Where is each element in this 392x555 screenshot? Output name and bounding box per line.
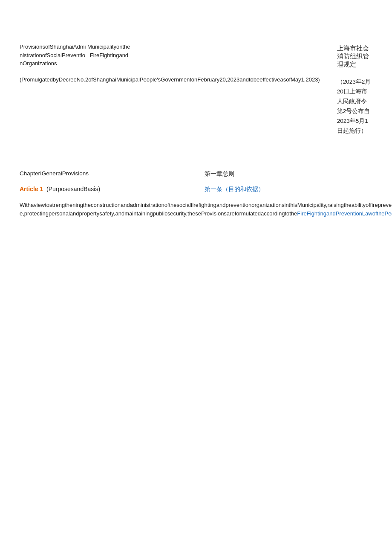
chapter1-label-en: ChapterIGeneralProvisions	[20, 170, 187, 178]
chapter1-label-cn: 第一章总则	[205, 170, 372, 178]
article1-label: Article 1	[20, 186, 43, 192]
page: ProvisionsofShanghaiAdmi Municipalityont…	[20, 26, 372, 555]
header-section: ProvisionsofShanghaiAdmi Municipalityont…	[20, 26, 372, 136]
header-title-cn: 上海市社会消防组织管理规定	[337, 44, 372, 69]
article1-title-en-text: (PurposesandBasis)	[46, 186, 100, 192]
header-title-en-line3: nOrganizations	[20, 60, 57, 67]
article1-title-cn: 第一条（目的和依据）	[205, 186, 372, 193]
header-right: 上海市社会消防组织管理规定 （2023年2月20日上海市人民政府令第2号公布自2…	[337, 43, 372, 136]
article1-title-row: Article 1 (PurposesandBasis) 第一条（目的和依据）	[20, 186, 372, 198]
article1-body-row: Withaviewtostrengtheningtheconstructiona…	[20, 201, 372, 555]
header-title-en: ProvisionsofShanghaiAdmi Municipalityont…	[20, 43, 320, 68]
header-title-en-muni2: FireFightingand	[90, 52, 128, 58]
header-promulgated-en: (PromulgatedbyDecreeNo.2ofShanghaiMunici…	[20, 76, 320, 84]
chapter1-section: ChapterIGeneralProvisions 第一章总则	[20, 170, 372, 178]
article1-title-en: Article 1 (PurposesandBasis)	[20, 186, 187, 193]
article1-link-en[interactable]: FireFightingandPreventionLawofthePeople'…	[297, 210, 392, 217]
header-title-en-line2: nistrationofSocialPreventio	[20, 52, 85, 58]
header-title-en-line1: ProvisionsofShanghaiAdmi	[20, 44, 86, 50]
header-promulgated-cn: （2023年2月20日上海市人民政府令第2号公布自2023年5月1日起施行）	[337, 77, 372, 136]
article1-body-en: Withaviewtostrengtheningtheconstructiona…	[20, 201, 392, 555]
header-title-en-muni1: Municipalityonthe	[87, 44, 130, 50]
header-left: ProvisionsofShanghaiAdmi Municipalityont…	[20, 43, 320, 136]
